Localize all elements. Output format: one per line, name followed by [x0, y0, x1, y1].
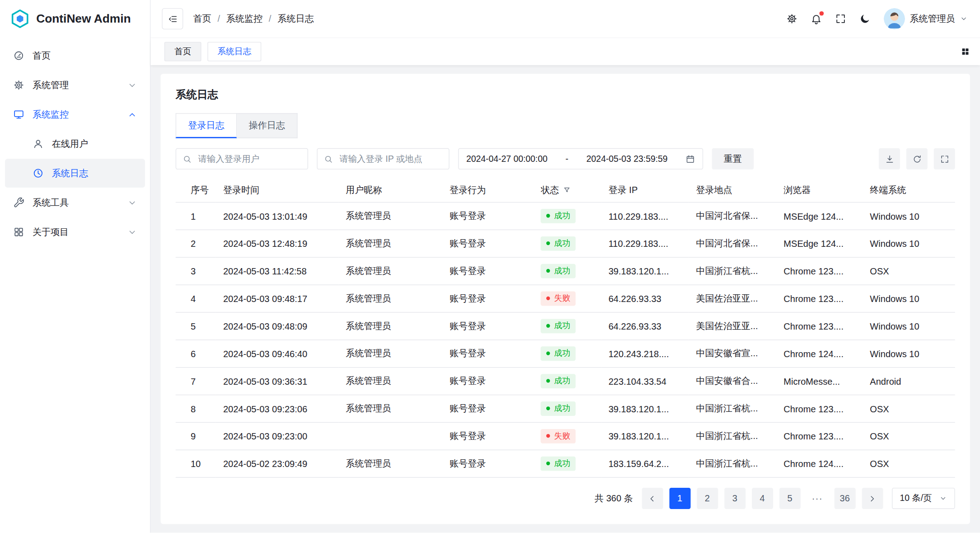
sidebar-item-label: 系统日志: [52, 167, 88, 179]
app-logo-row[interactable]: ContiNew Admin: [0, 0, 150, 38]
cell-behavior: 账号登录: [442, 368, 533, 395]
cell-behavior: 账号登录: [442, 230, 533, 257]
cell-ip: 39.183.120.1...: [601, 395, 689, 423]
status-badge: 失败: [541, 429, 576, 443]
search-icon: [324, 154, 333, 164]
apps-icon: [13, 226, 24, 238]
page-button-5[interactable]: 5: [779, 488, 800, 509]
cell-browser: Chrome 123....: [776, 312, 863, 340]
chevron-down-icon: [939, 495, 947, 502]
cell-no: 6: [176, 340, 216, 368]
menu-fold-icon: [168, 14, 177, 24]
user-menu[interactable]: 系统管理员: [883, 8, 967, 29]
cell-no: 9: [176, 422, 216, 450]
dark-mode-toggle[interactable]: [859, 13, 870, 24]
cell-status: 成功: [534, 395, 601, 423]
cell-status: 成功: [534, 340, 601, 368]
next-page-button[interactable]: [862, 488, 883, 509]
cell-no: 4: [176, 285, 216, 312]
refresh-button[interactable]: [906, 148, 928, 170]
tab-actions-button[interactable]: [961, 47, 970, 57]
tab-home[interactable]: 首页: [164, 42, 202, 61]
table-fullscreen-button[interactable]: [934, 148, 955, 170]
tab-operation-log[interactable]: 操作日志: [237, 113, 297, 138]
fullscreen-button[interactable]: [835, 13, 846, 24]
page-button-3[interactable]: 3: [724, 488, 746, 509]
sidebar-item-online-users[interactable]: 在线用户: [5, 129, 145, 158]
cell-no: 5: [176, 312, 216, 340]
cell-browser: Chrome 124....: [776, 340, 863, 368]
sidebar-item-label: 首页: [33, 50, 51, 61]
page-button-1[interactable]: 1: [669, 488, 690, 509]
export-button[interactable]: [879, 148, 900, 170]
refresh-icon: [912, 154, 922, 164]
sidebar-item-label: 系统管理: [33, 79, 69, 91]
page-button-2[interactable]: 2: [697, 488, 718, 509]
moon-icon: [859, 13, 870, 24]
cell-nickname: 系统管理员: [338, 368, 442, 395]
col-behavior: 登录行为: [442, 178, 533, 202]
reset-button[interactable]: 重置: [712, 148, 754, 170]
cell-behavior: 账号登录: [442, 312, 533, 340]
cell-status: 成功: [534, 230, 601, 257]
page-size-select[interactable]: 10 条/页: [891, 488, 955, 509]
status-badge: 成功: [541, 346, 576, 361]
tab-system-logs[interactable]: 系统日志: [207, 42, 261, 61]
tool-icon: [13, 197, 24, 208]
chevron-right-icon: [867, 494, 877, 503]
cell-browser: Chrome 124....: [776, 450, 863, 477]
cell-browser: MicroMesse...: [776, 368, 863, 395]
settings-button[interactable]: [786, 13, 797, 24]
cell-location: 中国河北省保...: [689, 230, 776, 257]
login-user-search[interactable]: [176, 148, 308, 170]
page-ellipsis-button[interactable]: ···: [807, 488, 828, 509]
login-ip-search[interactable]: [317, 148, 449, 170]
cell-location: 中国安徽省宣...: [689, 340, 776, 368]
cell-nickname: 系统管理员: [338, 230, 442, 257]
date-range-picker[interactable]: 2024-04-27 00:00:00 - 2024-05-03 23:59:5…: [458, 148, 703, 170]
breadcrumb-item[interactable]: 首页: [193, 13, 211, 24]
cell-ip: 64.226.93.33: [601, 285, 689, 312]
cell-ip: 120.243.218....: [601, 340, 689, 368]
sidebar-collapse-button[interactable]: [162, 8, 183, 29]
cell-behavior: 账号登录: [442, 257, 533, 285]
cell-browser: Chrome 123....: [776, 257, 863, 285]
cell-browser: Chrome 123....: [776, 422, 863, 450]
notifications-button[interactable]: [810, 13, 821, 24]
sidebar-item-label: 系统监控: [33, 108, 69, 120]
fullscreen-icon: [835, 13, 846, 24]
sidebar-item-system-logs[interactable]: 系统日志: [5, 159, 145, 188]
app-title: ContiNew Admin: [36, 12, 131, 25]
page-button-36[interactable]: 36: [834, 488, 855, 509]
cell-time: 2024-05-02 23:09:49: [216, 450, 338, 477]
prev-page-button[interactable]: [642, 488, 663, 509]
cell-ip: 39.183.120.1...: [601, 257, 689, 285]
cell-time: 2024-05-03 09:48:17: [216, 285, 338, 312]
cell-location: 美国佐治亚亚...: [689, 312, 776, 340]
col-nickname: 用户昵称: [338, 178, 442, 202]
chevron-left-icon: [647, 494, 657, 503]
sidebar-item-system-tools[interactable]: 系统工具: [5, 188, 145, 217]
avatar: [883, 8, 905, 29]
sidebar-item-system-management[interactable]: 系统管理: [5, 71, 145, 99]
breadcrumb-item[interactable]: 系统监控: [226, 13, 263, 24]
page-title: 系统日志: [176, 88, 955, 102]
cell-behavior: 账号登录: [442, 202, 533, 230]
tab-login-log[interactable]: 登录日志: [176, 113, 237, 138]
cell-nickname: 系统管理员: [338, 285, 442, 312]
log-tabs: 登录日志 操作日志: [176, 113, 955, 138]
sidebar-item-system-monitor[interactable]: 系统监控: [5, 100, 145, 129]
sidebar-item-about[interactable]: 关于项目: [5, 217, 145, 246]
cell-browser: MSEdge 124...: [776, 230, 863, 257]
sidebar-item-home[interactable]: 首页: [5, 41, 145, 70]
filter-icon[interactable]: [563, 186, 571, 194]
breadcrumb: 首页 / 系统监控 / 系统日志: [193, 13, 314, 24]
table-row: 1 2024-05-03 13:01:49 系统管理员 账号登录 成功 110.…: [176, 202, 955, 230]
cell-nickname: 系统管理员: [338, 450, 442, 477]
cell-ip: 223.104.33.54: [601, 368, 689, 395]
login-ip-input[interactable]: [338, 153, 442, 165]
page-button-4[interactable]: 4: [752, 488, 773, 509]
login-user-input[interactable]: [197, 153, 301, 165]
sidebar-item-label: 在线用户: [52, 138, 88, 150]
cell-os: Windows 10: [863, 230, 955, 257]
